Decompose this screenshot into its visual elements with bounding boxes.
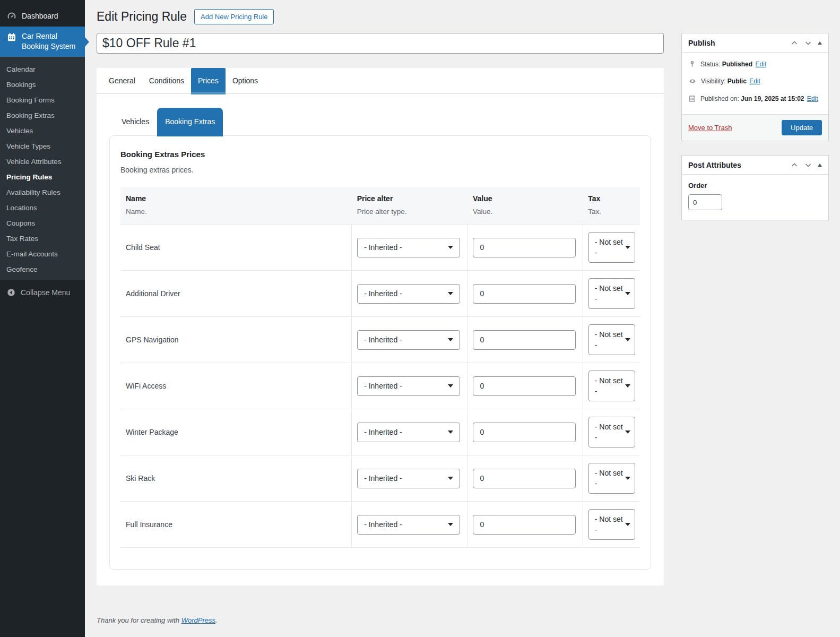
sidebar-dashboard-label: Dashboard: [22, 12, 58, 20]
edit-visibility-link[interactable]: Edit: [749, 78, 760, 85]
tax-select[interactable]: - Not set -: [588, 278, 635, 309]
collapse-arrow-icon: [6, 288, 16, 297]
value-input[interactable]: [473, 330, 576, 350]
sidebar-item-vehicles[interactable]: Vehicles: [0, 123, 85, 139]
column-header-name: NameName.: [120, 187, 352, 225]
tax-select[interactable]: - Not set -: [588, 371, 635, 401]
price-alter-select[interactable]: - Inherited -: [357, 376, 460, 396]
column-sublabel: Value.: [473, 208, 577, 216]
dropdown-caret-icon: [448, 523, 453, 526]
active-menu-arrow: [85, 37, 89, 47]
price-alter-select[interactable]: - Inherited -: [357, 284, 460, 304]
sidebar-item-booking-extras[interactable]: Booking Extras: [0, 108, 85, 123]
tax-select[interactable]: - Not set -: [588, 509, 635, 540]
post-attributes-body: Order: [682, 175, 828, 220]
extra-name: Ski Rack: [120, 455, 352, 502]
tab-options[interactable]: Options: [226, 68, 265, 94]
move-down-button[interactable]: [804, 39, 812, 47]
price-alter-value: - Inherited -: [364, 428, 402, 436]
move-to-trash-link[interactable]: Move to Trash: [688, 124, 732, 132]
sidebar-item-e-mail-accounts[interactable]: E-mail Accounts: [0, 246, 85, 262]
price-alter-select[interactable]: - Inherited -: [357, 469, 460, 488]
publish-box-body: Status: Published Edit Visibility: Publi…: [682, 53, 828, 114]
price-alter-value: - Inherited -: [364, 520, 402, 529]
toggle-panel-button[interactable]: [818, 163, 822, 167]
sidebar-item-coupons[interactable]: Coupons: [0, 216, 85, 231]
subtabs-row: VehiclesBooking Extras: [109, 108, 651, 135]
extra-name: WiFi Access: [120, 363, 352, 409]
column-header-tax: TaxTax.: [583, 187, 640, 225]
sidebar-item-pricing-rules[interactable]: Pricing Rules: [0, 169, 85, 185]
publish-box-footer: Move to Trash Update: [682, 114, 828, 141]
tax-select[interactable]: - Not set -: [588, 463, 635, 494]
tab-prices[interactable]: Prices: [191, 68, 226, 94]
collapse-menu-button[interactable]: Collapse Menu: [0, 282, 85, 303]
price-alter-select[interactable]: - Inherited -: [357, 330, 460, 350]
sidebar-item-tax-rates[interactable]: Tax Rates: [0, 231, 85, 246]
post-attributes-box: Post Attributes Order: [681, 155, 829, 220]
move-down-button[interactable]: [804, 161, 812, 169]
card-heading: Booking Extras Prices: [120, 150, 640, 159]
sidebar-item-geofence[interactable]: Geofence: [0, 262, 85, 277]
subtab-vehicles[interactable]: Vehicles: [114, 108, 157, 135]
tax-select[interactable]: - Not set -: [588, 417, 635, 447]
add-new-pricing-rule-button[interactable]: Add New Pricing Rule: [194, 9, 274, 24]
tab-general[interactable]: General: [102, 68, 142, 94]
sidebar-item-bookings[interactable]: Bookings: [0, 77, 85, 92]
sidebar-item-car-rental-booking-system[interactable]: Car Rental Booking System: [0, 27, 85, 57]
sidebar-item-vehicle-attributes[interactable]: Vehicle Attributes: [0, 154, 85, 169]
column-label: Name: [126, 194, 347, 203]
edit-status-link[interactable]: Edit: [755, 61, 766, 68]
sidebar-item-vehicle-types[interactable]: Vehicle Types: [0, 139, 85, 154]
dropdown-caret-icon: [625, 246, 630, 249]
value-input[interactable]: [473, 469, 576, 488]
column-header-price-alter: Price alterPrice alter type.: [352, 187, 467, 225]
toggle-triangle-icon: [818, 163, 822, 167]
table-row-gps-navigation: GPS Navigation- Inherited -- Not set -: [120, 317, 640, 363]
dashboard-gauge-icon: [6, 11, 17, 21]
value-input[interactable]: [473, 284, 576, 304]
prices-tab-content: VehiclesBooking Extras Booking Extras Pr…: [97, 94, 664, 570]
sidebar-item-calendar[interactable]: Calendar: [0, 62, 85, 77]
order-input[interactable]: [688, 194, 722, 210]
price-alter-select[interactable]: - Inherited -: [357, 423, 460, 442]
admin-sidebar: Dashboard Car Rental Booking System Cale…: [0, 0, 85, 637]
value-input[interactable]: [473, 515, 576, 535]
toggle-panel-button[interactable]: [818, 41, 822, 45]
value-input[interactable]: [473, 423, 576, 442]
tax-select[interactable]: - Not set -: [588, 232, 635, 263]
sidebar-item-dashboard[interactable]: Dashboard: [0, 5, 85, 27]
collapse-menu-label: Collapse Menu: [21, 288, 70, 297]
tax-select[interactable]: - Not set -: [588, 324, 635, 355]
sidebar-item-locations[interactable]: Locations: [0, 200, 85, 216]
tax-value: - Not set -: [595, 330, 623, 349]
value-input[interactable]: [473, 238, 576, 257]
calendar-plugin-icon: [6, 32, 17, 51]
move-up-button[interactable]: [790, 39, 799, 47]
wordpress-link[interactable]: WordPress: [181, 616, 215, 624]
dropdown-caret-icon: [625, 292, 630, 295]
pin-icon: [688, 60, 696, 70]
rule-title-input[interactable]: [97, 33, 664, 54]
page-header: Edit Pricing Rule Add New Pricing Rule: [97, 9, 274, 24]
update-button[interactable]: Update: [782, 120, 822, 135]
dropdown-caret-icon: [448, 431, 453, 434]
table-body: Child Seat- Inherited -- Not set -Additi…: [120, 225, 640, 548]
price-alter-select[interactable]: - Inherited -: [357, 238, 460, 257]
post-attributes-title: Post Attributes: [688, 161, 741, 169]
tax-value: - Not set -: [595, 515, 623, 534]
subtab-booking-extras[interactable]: Booking Extras: [157, 108, 223, 136]
value-input[interactable]: [473, 376, 576, 396]
move-up-button[interactable]: [790, 161, 799, 169]
eye-icon: [688, 77, 697, 87]
sidebar-item-booking-forms[interactable]: Booking Forms: [0, 92, 85, 108]
column-label: Price alter: [357, 194, 462, 203]
column-header-value: ValueValue.: [467, 187, 583, 225]
tab-conditions[interactable]: Conditions: [142, 68, 191, 94]
status-row: Status: Published Edit: [688, 61, 822, 70]
sidebar-item-availability-rules[interactable]: Availability Rules: [0, 185, 85, 200]
edit-published-on-link[interactable]: Edit: [807, 95, 818, 102]
dropdown-caret-icon: [448, 477, 453, 480]
footer-thanks: Thank you for creating with WordPress.: [97, 616, 218, 624]
price-alter-select[interactable]: - Inherited -: [357, 515, 460, 535]
